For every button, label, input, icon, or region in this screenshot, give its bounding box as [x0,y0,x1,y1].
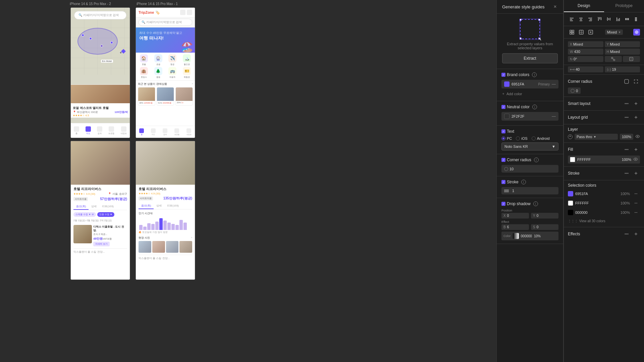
layer-opacity-value[interactable]: 100% [620,134,633,140]
sc-swatch-3[interactable] [568,210,573,215]
close-icon[interactable]: ✕ [552,4,558,9]
design-panel: Design Prototype [564,0,644,362]
svg-point-71 [637,193,637,194]
stroke-checkbox[interactable]: ✓ [501,180,505,184]
effects-row: Effects [568,230,640,238]
neutral-color-header: ✓ Neutral color i [501,105,558,109]
layout-grid-dots-icon[interactable] [623,113,631,121]
layer-visibility-icon[interactable] [635,134,640,139]
align-center-v-icon[interactable] [605,15,612,23]
sc-dots-icon-1[interactable] [632,190,640,198]
platform-android-label: Android [537,136,550,140]
fill-color-row: FFFFFF 100% [568,156,640,164]
shadow-effect-s-label [531,220,558,224]
layer-blend-mode-select[interactable]: Pass thro ▼ [575,134,618,140]
platform-ios[interactable]: iOS [516,136,527,140]
neutral-color-swatch-1[interactable] [504,114,509,119]
drop-shadow-checkbox[interactable]: ✓ [501,202,505,206]
shadow-color-swatch[interactable] [513,233,519,239]
shadow-s-value[interactable]: 0 [537,225,539,229]
mixed-dropdown[interactable]: Mixed ▼ [605,29,623,35]
corner-radius-checkbox[interactable]: ✓ [501,158,505,162]
font-select[interactable]: Noto Sans KR ▼ [501,142,558,150]
layout-grid-add-icon[interactable] [632,113,640,121]
corner-radius-section-design: Corner radius ◯ 0 [564,75,644,97]
platform-android[interactable]: Android [532,136,550,140]
map-search-bar[interactable]: 🔍 카페/카지/지역명으로 검색 [74,11,126,19]
corner-radius-value-box[interactable]: ◯ 0 [568,87,581,94]
bottom-nav-map: 홈 지도 검색 보관함 내정보 [71,123,130,138]
align-top-icon[interactable] [595,15,603,23]
clip-icon[interactable] [587,28,595,36]
grid-icon[interactable] [577,28,585,36]
shadow-x-value[interactable]: 0 [507,214,509,218]
sc-dots-icon-2[interactable] [632,199,640,207]
align-left-icon[interactable] [568,15,576,23]
shadow-y-value[interactable]: 0 [537,214,539,218]
y-value[interactable]: Mixed [610,42,620,46]
fill-swatch[interactable] [570,157,575,162]
resize-icon1[interactable] [605,56,622,62]
h-value[interactable]: Mixed [610,50,620,54]
text-checkbox[interactable]: ✓ [501,129,505,133]
neutral-color-row-1: 2F2F2F — [501,112,558,121]
accent-icon-btn[interactable] [633,29,640,36]
resize-icon2[interactable] [623,56,640,62]
smart-layout-grid-icon[interactable] [623,100,631,108]
sc-swatch-1[interactable] [568,191,573,196]
schedule-btn[interactable]: 스케줄 수정 ▼ 부 [73,212,96,217]
room-img-1 [73,225,92,243]
phone-frame-hotel2: 호텔 리프라이버스 ★★★★☆ 4.9 (33) 사이트이용 135만원/하루(… [136,141,195,280]
tab-prototype[interactable]: Prototype [604,0,644,12]
room-cards: 디럭스 이클호텔 - 도시 전망. 조식 2 제공... 48만원VAT포함 자… [73,225,127,246]
shadow-b-value[interactable]: 6 [507,225,509,229]
view-all-colors[interactable]: ⋮⋮⋮ View all 30 colors [568,218,640,224]
padding-v-value[interactable]: 19 [612,67,616,71]
tab-design[interactable]: Design [564,0,604,12]
checkin-btn[interactable]: 인원 수정 ▼ [97,212,114,217]
padding-h-value[interactable]: 40 [576,67,580,71]
frame-icon[interactable] [568,28,576,36]
sc-dots-icon-3[interactable] [632,208,640,217]
stroke-add-icon[interactable] [632,169,640,177]
add-color-row[interactable]: ＋ Add color [501,90,558,98]
app-search: 🔍 카페/카지/지역명으로 검색 [136,17,195,27]
distribute-h-icon[interactable] [623,15,631,23]
fill-opacity[interactable]: 100% [622,158,631,162]
svg-point-55 [626,103,627,104]
platform-pc[interactable]: PC [501,136,512,140]
cr-value: 0 [576,89,578,93]
brand-color-minus-1[interactable]: — [552,82,556,86]
hotel-booking-btns: 스케줄 수정 ▼ 부 인원 수정 ▼ [73,212,127,217]
fill-dots-icon[interactable] [623,145,631,154]
brand-color-swatch-1[interactable] [504,81,509,87]
view-all-bullet: ⋮⋮⋮ [568,219,578,223]
fill-eye-icon[interactable] [633,157,638,162]
corner-radius-edit-icon[interactable] [623,77,631,85]
svg-rect-21 [592,17,592,21]
sc-swatch-2[interactable] [568,200,573,206]
corner-radius-value[interactable]: 10 [509,167,556,171]
stroke-dots-icon[interactable] [623,169,631,177]
stroke-value[interactable]: 1 [512,189,514,193]
rotation-value[interactable]: 0° [574,57,577,61]
fill-hex[interactable]: FFFFFF [577,158,620,162]
neutral-color-checkbox[interactable]: ✓ [501,105,505,109]
shadow-color-label: Color [503,234,511,238]
smart-layout-add-icon[interactable] [632,100,640,108]
w-value[interactable]: 430 [574,50,580,54]
brand-colors-checkbox[interactable]: ✓ [501,73,505,77]
padding-section: ⟷ 40 ⟨↕⟩ 19 [564,65,644,75]
align-bottom-icon[interactable] [614,15,622,23]
corner-radius-expand-icon[interactable] [632,77,640,85]
neutral-color-minus-1[interactable]: — [552,114,556,119]
effects-dots-icon[interactable] [623,230,631,238]
effects-add-icon[interactable] [632,230,640,238]
fill-add-icon[interactable] [632,145,640,154]
align-right-icon[interactable] [586,15,594,23]
extract-button[interactable]: Extract [502,53,558,63]
distribute-v-icon[interactable] [632,15,640,23]
app-header-icon1 [180,10,185,15]
align-center-h-icon[interactable] [577,15,585,23]
x-value[interactable]: Mixed [573,42,583,46]
